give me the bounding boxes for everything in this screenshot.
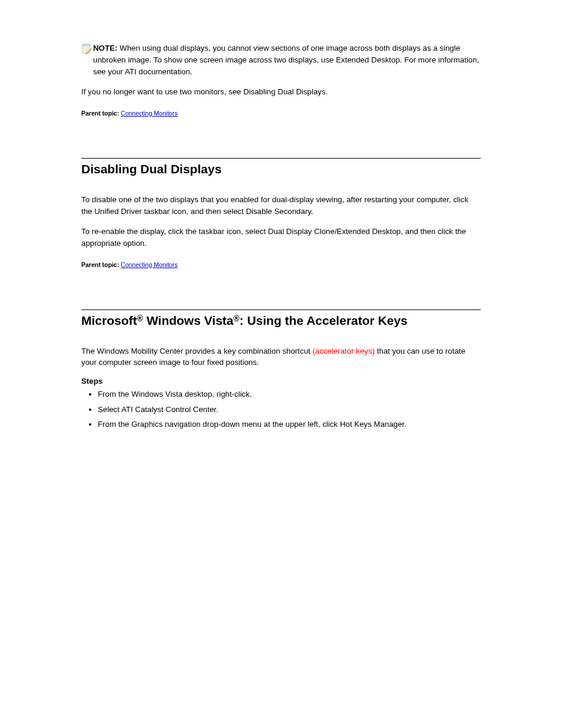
section2-title: Disabling Dual Displays	[81, 162, 481, 176]
section1-closing: If you no longer want to use two monitor…	[81, 86, 481, 98]
list-item: Select ATI Catalyst Control Center.	[98, 402, 481, 417]
section3-intro: The Windows Mobility Center provides a k…	[81, 345, 481, 369]
note-icon	[81, 44, 94, 57]
note-block: NOTE: When using dual displays, you cann…	[93, 42, 481, 78]
note-label: NOTE:	[93, 44, 117, 52]
parent-topic-1: Parent topic: Connecting Monitors	[81, 110, 481, 117]
note-text: When using dual displays, you cannot vie…	[93, 44, 479, 76]
divider-2	[81, 309, 481, 310]
divider-1	[81, 158, 481, 159]
section3-title: Microsoft® Windows Vista®: Using the Acc…	[81, 314, 481, 328]
list-item: From the Graphics navigation drop-down m…	[98, 417, 481, 431]
steps-list: From the Windows Vista desktop, right-cl…	[81, 387, 481, 431]
svg-rect-1	[82, 44, 90, 46]
parent-topic-2: Parent topic: Connecting Monitors	[81, 261, 481, 268]
list-item: From the Windows Vista desktop, right-cl…	[98, 387, 481, 401]
steps-label: Steps	[81, 377, 103, 386]
section2-p1: To disable one of the two displays that …	[81, 194, 481, 218]
parent-label-2: Parent topic:	[81, 261, 119, 268]
parent-link-1[interactable]: Connecting Monitors	[121, 110, 177, 117]
parent-link-2[interactable]: Connecting Monitors	[121, 261, 177, 268]
parent-label-1: Parent topic:	[81, 110, 119, 117]
section2-p2: To re-enable the display, click the task…	[81, 226, 481, 249]
